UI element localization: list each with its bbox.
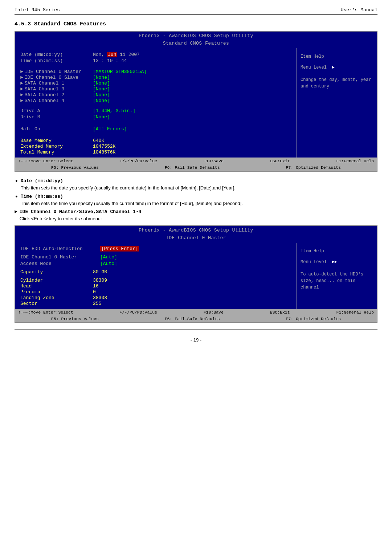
bios1-ide-row-1: ►IDE Channel 0 Slave [None] xyxy=(20,75,291,80)
bios2-precomp-label: Precomp xyxy=(20,289,93,295)
bios1-mem-ext-value: 1047552K xyxy=(93,144,115,149)
bios1-date-value: Mon, Jun 11 2007 xyxy=(93,52,291,57)
bios2-landingzone-value: 38308 xyxy=(93,295,107,301)
bios2-auto-label: IDE HDD Auto-Detection xyxy=(20,246,100,252)
bios1-ide-row-3: ►SATA Channel 3 [None] xyxy=(20,86,291,92)
bios2-capacity-label: Capacity xyxy=(20,269,93,275)
bios1-ide-value-5: [None] xyxy=(93,98,110,103)
bios2-footer2-f7: F7: Optimized Defaults xyxy=(286,316,341,321)
ide-arrow-3: ► xyxy=(20,86,23,92)
bios1-title: Phoenix - AwardBIOS CMOS Setup Utility xyxy=(15,32,377,40)
bios2-footer1-f10: F10:Save xyxy=(204,310,224,315)
bios2-help-text: To auto-detect the HDD's size, head... o… xyxy=(301,271,373,291)
date-rest: 11 2007 xyxy=(120,52,140,57)
bios2-sector-value: 255 xyxy=(93,301,101,306)
bios1-item-help-title: Item Help xyxy=(301,54,373,59)
bios2-row-master: IDE Channel 0 Master [Auto] xyxy=(20,254,291,260)
bios1-mem-total-label: Total Memory xyxy=(20,150,93,155)
descriptions: • Date (mm:dd:yy) This item sets the dat… xyxy=(15,178,377,222)
bios2-row-auto: IDE HDD Auto-Detection [Press Enter] xyxy=(20,246,291,252)
bios1-ide-label-3: ►SATA Channel 3 xyxy=(20,86,93,92)
section-title: 4.5.3 Standard CMOS Features xyxy=(15,21,377,27)
press-enter-highlight: [Press Enter] xyxy=(100,246,139,252)
bios1-mem-base-value: 640K xyxy=(93,138,104,143)
desc-date-text: This item sets the date you specify (usu… xyxy=(21,184,377,192)
ide-arrow-4: ► xyxy=(20,92,23,98)
bios2-row-access: Access Mode [Auto] xyxy=(20,261,291,266)
bios1-mem-total-value: 1048576K xyxy=(93,150,115,155)
bios1-mem-base: Base Memory 640K xyxy=(20,138,291,143)
header-right: User's Manual xyxy=(341,7,377,13)
bios2-precomp: Precomp 0 xyxy=(20,289,291,295)
bios2-help: Item Help Menu Level ►► To auto-detect t… xyxy=(297,243,377,309)
bios1-mem-ext: Extended Memory 1047552K xyxy=(20,144,291,149)
bios1-drive-a: Drive A [1.44M, 3.5in.] xyxy=(20,108,291,114)
desc-date-title: Date (mm:dd:yy) xyxy=(21,178,377,184)
ide-arrow-5: ► xyxy=(20,98,23,103)
bios1-halt-value: [All Errors] xyxy=(93,126,127,132)
ide-arrow-1: ► xyxy=(20,75,23,80)
bios1-time-value: 13 : 19 : 44 xyxy=(93,58,127,64)
arrow-bullet-ide: ► xyxy=(15,209,17,214)
bios1-mem-total: Total Memory 1048576K xyxy=(20,150,291,155)
bios1-ide-row-5: ►SATA Channel 4 [None] xyxy=(20,98,291,103)
bios1-drive-b: Drive B [None] xyxy=(20,114,291,120)
bios1-drive-a-label: Drive A xyxy=(20,108,93,114)
bios1-subtitle: Standard CMOS Features xyxy=(15,40,377,48)
bios2-sector: Sector 255 xyxy=(20,301,291,306)
bios1-footer1-esc: ESC:Exit xyxy=(270,159,290,163)
bios2-sector-label: Sector xyxy=(20,301,93,306)
bios1-halt-label: Halt On xyxy=(20,126,93,132)
bios2-menu-level: Menu Level ►► xyxy=(301,259,373,265)
bios1-drive-b-label: Drive B xyxy=(20,114,93,120)
bios2-item-help-title: Item Help xyxy=(301,249,373,254)
bios2-capacity: Capacity 80 GB xyxy=(20,269,291,275)
bios1-ide-value-3: [None] xyxy=(93,86,110,92)
bios2-master-value: [Auto] xyxy=(100,254,117,260)
bios2-footer1-nav: ↑↓→←:Move Enter:Select xyxy=(18,310,73,315)
bios1-time-row: Time (hh:mm:ss) 13 : 19 : 44 xyxy=(20,58,291,64)
bios2-cylinder: Cylinder 38309 xyxy=(20,278,291,283)
bios1-menu-level: Menu Level ► xyxy=(301,65,373,70)
bios2-landingzone: Landing Zone 38308 xyxy=(20,295,291,301)
bios2-capacity-value: 80 GB xyxy=(93,269,107,275)
bios2-access-value: [Auto] xyxy=(100,261,117,266)
date-jun: Jun xyxy=(107,52,117,57)
bios-box-1: Phoenix - AwardBIOS CMOS Setup Utility S… xyxy=(15,31,377,172)
desc-date-content: Date (mm:dd:yy) This item sets the date … xyxy=(21,178,377,192)
bios1-ide-label-4: ►SATA Channel 2 xyxy=(20,92,93,98)
bios1-mem-base-label: Base Memory xyxy=(20,138,93,143)
bios2-main: IDE HDD Auto-Detection [Press Enter] IDE… xyxy=(15,243,297,309)
desc-ide-text: Click <Enter> key to enter its submenu: xyxy=(20,215,377,222)
bios1-time-label: Time (hh:mm:ss) xyxy=(20,58,93,64)
bios1-ide-row-2: ►SATA Channel 1 [None] xyxy=(20,81,291,86)
desc-time-text: This item sets the time you specify (usu… xyxy=(21,200,377,207)
bios2-cylinder-value: 38309 xyxy=(93,278,107,283)
bios2-footer1-f1: F1:General Help xyxy=(336,310,374,315)
bios2-access-label: Access Mode xyxy=(20,261,100,266)
desc-ide: ► IDE Channel 0 Master/Slave,SATA Channe… xyxy=(15,209,377,222)
bios1-drive-a-value: [1.44M, 3.5in.] xyxy=(93,108,135,114)
bios1-ide-label-5: ►SATA Channel 4 xyxy=(20,98,93,103)
bios1-footer1-value: +/-/PU/PD:Value xyxy=(119,159,157,163)
desc-date: • Date (mm:dd:yy) This item sets the dat… xyxy=(15,178,377,192)
desc-ide-title: IDE Channel 0 Master/Slave,SATA Channel … xyxy=(20,209,377,214)
bios1-ide-label-2: ►SATA Channel 1 xyxy=(20,81,93,86)
bios1-footer2: F5: Previous Values F6: Fail-Safe Defaul… xyxy=(15,164,377,171)
bios1-mem-ext-label: Extended Memory xyxy=(20,144,93,149)
bios1-ide-label-1: ►IDE Channel 0 Slave xyxy=(20,75,93,80)
bios1-ide-label-0: ►IDE Channel 0 Master xyxy=(20,69,93,74)
bios2-footer1: ↑↓→←:Move Enter:Select +/-/PU/PD:Value F… xyxy=(15,309,377,316)
bios1-ide-value-0: [MAXTOR STM380215A] xyxy=(93,69,147,74)
bios2-footer2: F5: Previous Values F6: Fail-Safe Defaul… xyxy=(15,316,377,322)
bios1-ide-value-2: [None] xyxy=(93,81,110,86)
desc-ide-content: IDE Channel 0 Master/Slave,SATA Channel … xyxy=(20,209,377,222)
desc-time: • Time (hh:mm:ss) This item sets the tim… xyxy=(15,194,377,207)
bios2-footer2-f6: F6: Fail-Safe Defaults xyxy=(165,316,220,321)
page-number: - 19 - xyxy=(15,337,377,343)
ide-arrow-0: ► xyxy=(20,69,23,74)
bios2-title: Phoenix - AwardBIOS CMOS Setup Utility xyxy=(15,226,377,234)
bios2-head-value: 16 xyxy=(93,283,99,289)
bios2-head: Head 16 xyxy=(20,283,291,289)
bios2-footer1-value: +/-/PU/PD:Value xyxy=(119,310,157,315)
